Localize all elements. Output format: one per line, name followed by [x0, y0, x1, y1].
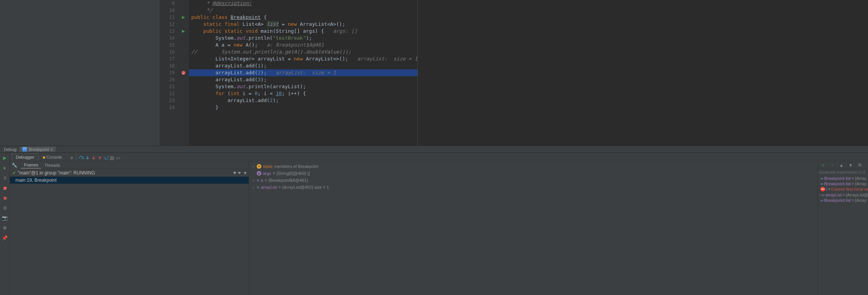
variables-args-row[interactable]: p args = {String[0]@460} [] — [251, 170, 815, 177]
debug-config-tab[interactable]: Breakpoint × — [20, 147, 55, 152]
debug-toolwindow-header: Debug: Breakpoint × — [0, 146, 868, 153]
error-icon: ⛔ — [820, 187, 826, 192]
tab-console[interactable]: Console — [39, 153, 66, 161]
tab-frames[interactable]: Frames — [21, 162, 41, 169]
run-config-icon — [22, 147, 27, 152]
settings-button[interactable]: ⚙ — [2, 225, 8, 231]
resume-button[interactable]: ⏵ — [2, 164, 8, 171]
link-icon: ∞ — [821, 198, 824, 203]
breakpoint-icon[interactable] — [182, 71, 185, 75]
code-line[interactable]: * @description: — [189, 0, 417, 7]
run-to-cursor-button[interactable]: ▤ — [109, 155, 115, 161]
expand-icon[interactable]: › — [251, 184, 255, 191]
rerun-button[interactable]: ▶ — [2, 154, 8, 161]
code-line[interactable]: System.out.println("testBreak"); — [189, 35, 417, 42]
pause-button[interactable]: ⏸ — [2, 174, 8, 181]
editor-right-margin — [417, 0, 868, 146]
code-line[interactable]: System.out.println(arrayList); — [189, 83, 417, 90]
code-line[interactable]: public class Breakpoint { — [189, 14, 417, 21]
thread-selector-label: "main"@1 in group "main": RUNNING — [18, 170, 95, 176]
debug-panel: ▶ ⏵ ⏸ ◼ ◉ ⊘ 📷 ⚙ 📌 Debugger Console ≡ — [0, 153, 868, 295]
evaluate-expression-button[interactable]: ▭ — [115, 155, 121, 161]
code-line[interactable]: */ — [189, 7, 417, 14]
editor-left-panel-placeholder — [0, 0, 160, 146]
debug-config-tab-label: Breakpoint — [29, 147, 49, 152]
code-line[interactable]: arrayList.add(3); — [189, 76, 417, 83]
thread-selector[interactable]: ✔ "main"@1 in group "main": RUNNING ▼⏷ ▾ — [10, 169, 249, 177]
duplicate-watch-button[interactable]: ⧉ — [856, 162, 863, 169]
drop-frame-button[interactable]: ↘⤴ — [103, 155, 109, 161]
debug-tabs: Debugger Console ≡ ↘⤴ ▤ ▭ — [10, 153, 868, 161]
tab-debugger[interactable]: Debugger — [12, 153, 39, 161]
watch-row[interactable]: ∞Breakpoint.list = {Array — [818, 198, 868, 203]
frame-row[interactable]: main:19, Breakpoint — [10, 177, 249, 184]
param-icon: p — [257, 171, 261, 176]
dropdown-icon[interactable]: ▾ — [244, 170, 246, 176]
threads-view-icon[interactable]: ≡ — [69, 155, 75, 161]
tab-threads[interactable]: Threads — [41, 162, 63, 168]
view-breakpoints-button[interactable]: ◉ — [2, 194, 8, 201]
move-down-button[interactable]: ▼ — [847, 162, 854, 169]
editor-gutter[interactable]: 9101112131415161718192021222324 — [160, 0, 178, 146]
editor-gutter-icons[interactable]: ▶▶ — [178, 0, 189, 146]
new-watch-button[interactable]: ＋ — [819, 162, 826, 169]
code-line[interactable]: A a = new A(); a: Breakpoint$A@461 — [189, 42, 417, 49]
move-up-button[interactable]: ▲ — [838, 162, 845, 169]
variables-a-row[interactable]: › ≡ a = {Breakpoint$A@461} — [251, 177, 815, 184]
code-line[interactable]: } — [189, 104, 417, 111]
watches-pane: ＋ － ▲ ▼ ⧉ Evaluate expression (↵) ∞Break… — [818, 161, 868, 295]
frames-pane: 🔧 Frames Threads ✔ "main"@1 in group "ma… — [10, 161, 249, 295]
code-line[interactable]: arrayList.add(2); — [189, 97, 417, 104]
static-icon: s — [257, 164, 261, 169]
watch-row[interactable]: ›∞arrayList = {ArrayList@ — [818, 192, 868, 198]
console-new-content-dot — [43, 156, 45, 159]
evaluate-expression-input[interactable]: Evaluate expression (↵) — [818, 169, 868, 176]
expand-icon[interactable]: › — [251, 177, 255, 184]
stop-button[interactable]: ◼ — [2, 184, 8, 191]
code-line[interactable]: arrayList.add(2); arrayList: size = 1 — [189, 69, 417, 76]
filter-icon[interactable]: ▼⏷ — [232, 170, 242, 176]
frames-list[interactable]: main:19, Breakpoint — [10, 177, 249, 184]
watch-row[interactable]: ⛔i = Cannot find local va — [818, 186, 868, 192]
debug-sidebar: ▶ ⏵ ⏸ ◼ ◉ ⊘ 📷 ⚙ 📌 — [0, 153, 10, 295]
watch-row[interactable]: ∞Breakpoint.list = {Array — [818, 176, 868, 181]
link-icon: ∞ — [821, 176, 824, 181]
run-gutter-icon[interactable]: ▶ — [182, 14, 185, 21]
frames-threads-tabs: Frames Threads — [19, 161, 249, 169]
step-into-button[interactable] — [84, 155, 91, 161]
watches-list[interactable]: ∞Breakpoint.list = {Array∞Breakpoint.lis… — [818, 176, 868, 203]
editor-area: 9101112131415161718192021222324 ▶▶ * @de… — [0, 0, 868, 146]
remove-watch-button[interactable]: － — [829, 162, 836, 169]
code-line[interactable]: static final List<A> list = new ArrayLis… — [189, 21, 417, 28]
thread-running-icon: ✔ — [12, 170, 16, 176]
step-out-button[interactable] — [97, 155, 103, 161]
code-line[interactable]: List<Integer> arrayList = new ArrayList<… — [189, 55, 417, 62]
link-icon: ∞ — [821, 181, 824, 186]
mute-breakpoints-button[interactable]: ⊘ — [2, 204, 8, 211]
code-line[interactable]: for (int i = 0; i < 10; i++) { — [189, 90, 417, 97]
close-icon[interactable]: × — [50, 148, 53, 152]
code-line[interactable]: arrayList.add(1); — [189, 62, 417, 69]
step-over-button[interactable] — [78, 155, 84, 161]
force-step-into-button[interactable] — [91, 155, 97, 161]
expand-icon[interactable]: › — [819, 193, 821, 197]
code-line[interactable]: public static void main(String[] args) {… — [189, 28, 417, 35]
restore-layout-button[interactable]: 🔧 — [10, 162, 19, 169]
variables-pane[interactable]: › s static members of Breakpoint p args … — [249, 161, 818, 295]
run-gutter-icon[interactable]: ▶ — [182, 28, 185, 35]
variables-static-row[interactable]: › s static members of Breakpoint — [251, 163, 815, 170]
code-editor[interactable]: * @description: */public class Breakpoin… — [189, 0, 417, 146]
link-icon: ∞ — [822, 193, 825, 197]
expand-icon[interactable]: › — [251, 163, 255, 170]
pin-button[interactable]: 📌 — [2, 235, 8, 241]
debug-label: Debug: — [4, 147, 17, 152]
variables-arraylist-row[interactable]: › ≡ arrayList = {ArrayList@462} size = 1 — [251, 184, 815, 191]
code-line[interactable]: // System.out.println(a.getA().doubleVal… — [189, 49, 417, 55]
get-thread-dump-button[interactable]: 📷 — [2, 215, 8, 221]
watch-row[interactable]: ∞Breakpoint.list = {Array — [818, 181, 868, 186]
